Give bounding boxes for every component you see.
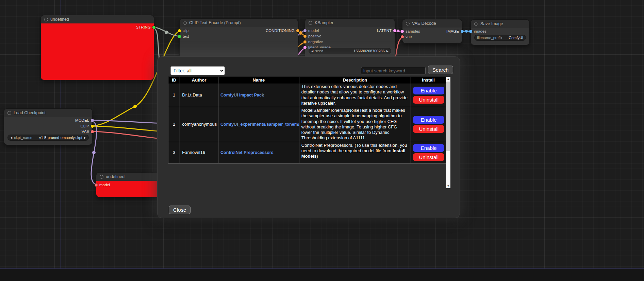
extension-link[interactable]: ComfyUI Impact Pack — [220, 93, 264, 98]
port-pin-icon[interactable] — [303, 46, 307, 49]
output-port-model[interactable]: MODEL — [75, 118, 94, 122]
node-title-bar[interactable]: Load Checkpoint — [4, 109, 92, 117]
uninstall-button[interactable]: Uninstall — [413, 96, 444, 104]
node-title-bar[interactable]: VAE Decode — [402, 19, 462, 28]
port-label: STRING — [136, 25, 151, 29]
port-pin-icon[interactable] — [178, 35, 181, 38]
enable-button[interactable]: Enable — [413, 87, 444, 94]
search-input[interactable] — [361, 67, 426, 74]
input-port-vae[interactable]: vae — [401, 35, 412, 39]
scroll-down-icon[interactable]: ▼ — [446, 184, 450, 188]
comfyui-app: undefined STRING CLIP Text Encode (Promp… — [0, 0, 644, 281]
scroll-up-icon[interactable]: ▲ — [446, 77, 450, 81]
port-pin-icon[interactable] — [91, 125, 94, 128]
ckpt-name-widget[interactable]: ◀ ckpt_name v1-5-pruned-emaonly.ckpt ▶ — [7, 135, 89, 141]
port-pin-icon[interactable] — [303, 29, 307, 32]
input-port-samples[interactable]: samples — [401, 29, 420, 33]
node-load-checkpoint[interactable]: Load Checkpoint MODEL CLIP VAE ◀ ckpt_na… — [4, 109, 92, 145]
filter-select[interactable]: Filter: all — [170, 66, 225, 75]
seed-widget[interactable]: ◀ seed 156680208700286 ▶ — [309, 48, 391, 54]
node-collapse-icon[interactable] — [309, 21, 312, 25]
input-port-text[interactable]: text — [178, 34, 189, 38]
output-port-string[interactable]: STRING — [136, 25, 155, 29]
output-port-conditioning[interactable]: CONDITIONING — [266, 29, 299, 33]
node-vae-decode[interactable]: VAE Decode samples vae IMAGE — [402, 19, 462, 43]
node-undefined-top[interactable]: undefined STRING — [41, 15, 154, 80]
close-button[interactable]: Close — [169, 206, 191, 214]
port-label: model — [99, 183, 110, 187]
enable-button[interactable]: Enable — [413, 144, 444, 152]
node-collapse-icon[interactable] — [7, 111, 11, 115]
input-port-images[interactable]: images — [469, 29, 486, 33]
install-cell: Enable Uninstall — [411, 107, 446, 142]
uninstall-button[interactable]: Uninstall — [413, 125, 444, 133]
node-save-image[interactable]: Save Image images filename_prefix ComfyU… — [471, 20, 529, 45]
extension-row: 3 Fannovel16 ControlNet Preprocessors Co… — [168, 142, 446, 163]
uninstall-button[interactable]: Uninstall — [413, 153, 444, 161]
port-label: positive — [308, 34, 321, 38]
node-collapse-icon[interactable] — [183, 21, 187, 25]
port-label: model — [308, 29, 319, 33]
header-author: Author — [180, 77, 218, 83]
input-port-model[interactable]: model — [95, 183, 110, 187]
widget-label: seed — [315, 49, 323, 53]
node-title-bar[interactable]: undefined — [41, 15, 154, 23]
port-pin-icon[interactable] — [461, 30, 464, 33]
input-port-negative[interactable]: negative — [303, 40, 323, 44]
prev-option-icon[interactable]: ◀ — [10, 136, 12, 139]
port-pin-icon[interactable] — [152, 26, 155, 29]
extension-author: Fannovel16 — [180, 142, 218, 163]
port-pin-icon[interactable] — [401, 35, 404, 38]
extension-id: 1 — [168, 83, 180, 107]
enable-button[interactable]: Enable — [413, 116, 444, 124]
port-label: CLIP — [80, 124, 89, 128]
node-title-bar[interactable]: KSampler — [305, 19, 395, 27]
table-scrollbar[interactable]: ▲ ▼ — [446, 77, 450, 188]
header-description: Description — [299, 77, 411, 83]
install-cell: Enable Uninstall — [411, 83, 446, 107]
filename-prefix-widget[interactable]: filename_prefix ComfyUI — [474, 35, 526, 41]
input-port-model[interactable]: model — [303, 29, 319, 33]
description-text: This extension offers various detector n… — [301, 84, 408, 106]
extension-link[interactable]: ComfyUI_experiments/sampler_tonemap — [220, 122, 299, 127]
port-pin-icon[interactable] — [296, 29, 299, 32]
extensions-table: ID Author Name Description Install 1 Dr.… — [168, 77, 446, 163]
port-pin-icon[interactable] — [303, 40, 307, 43]
extension-row: 1 Dr.Lt.Data ComfyUI Impact Pack This ex… — [168, 83, 446, 107]
port-pin-icon[interactable] — [178, 29, 181, 32]
node-collapse-icon[interactable] — [406, 22, 410, 25]
output-port-clip[interactable]: CLIP — [80, 124, 94, 128]
node-collapse-icon[interactable] — [44, 18, 48, 21]
output-port-image[interactable]: IMAGE — [446, 29, 464, 33]
canvas-bottom-strip — [0, 268, 644, 281]
input-port-positive[interactable]: positive — [303, 34, 321, 38]
port-pin-icon[interactable] — [401, 30, 404, 33]
extension-link[interactable]: ControlNet Preprocessors — [220, 150, 274, 155]
node-title-bar[interactable]: Save Image — [471, 20, 529, 28]
port-pin-icon[interactable] — [393, 29, 396, 32]
output-port-latent[interactable]: LATENT — [377, 29, 396, 33]
input-port-clip[interactable]: clip — [178, 29, 188, 33]
search-button[interactable]: Search — [428, 66, 453, 74]
node-title-bar[interactable]: CLIP Text Encode (Prompt) — [180, 19, 298, 27]
port-pin-icon[interactable] — [303, 35, 307, 38]
output-port-vae[interactable]: VAE — [82, 129, 94, 134]
header-id: ID — [168, 77, 180, 83]
node-collapse-icon[interactable] — [100, 175, 103, 179]
next-option-icon[interactable]: ▶ — [84, 136, 86, 139]
widget-label: ckpt_name — [14, 136, 32, 140]
decrement-icon[interactable]: ◀ — [311, 50, 313, 53]
port-pin-icon[interactable] — [95, 183, 98, 187]
node-title-label: CLIP Text Encode (Prompt) — [189, 20, 241, 25]
port-pin-icon[interactable] — [469, 30, 472, 33]
extension-id: 3 — [168, 142, 180, 163]
port-label: negative — [308, 40, 323, 44]
extensions-table-container: ID Author Name Description Install 1 Dr.… — [168, 77, 446, 188]
port-label: CONDITIONING — [266, 29, 295, 33]
port-pin-icon[interactable] — [91, 119, 94, 122]
header-install: Install — [411, 77, 446, 83]
node-collapse-icon[interactable] — [474, 22, 478, 26]
port-pin-icon[interactable] — [91, 130, 94, 133]
scrollbar-thumb[interactable] — [446, 82, 450, 151]
increment-icon[interactable]: ▶ — [386, 50, 389, 53]
